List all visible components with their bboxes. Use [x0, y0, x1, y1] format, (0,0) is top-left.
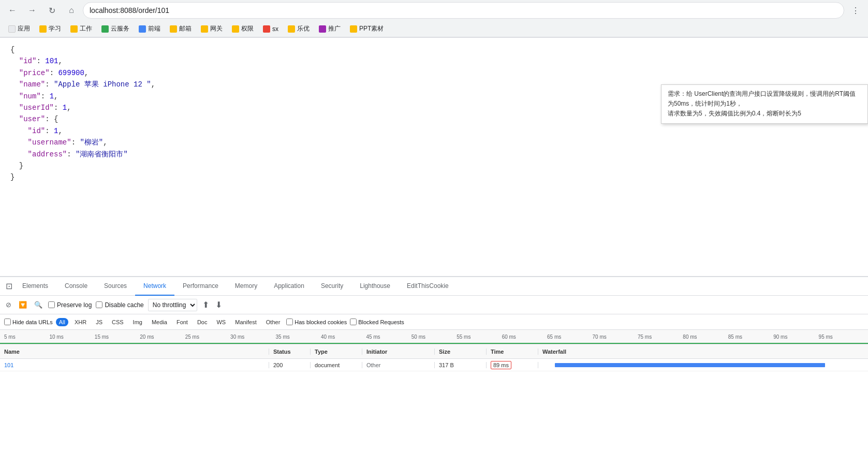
- reload-button[interactable]: ↻: [43, 2, 60, 19]
- header-initiator: Initiator: [362, 349, 435, 355]
- throttle-select[interactable]: No throttling Fast 3G Slow 3G Offline: [148, 299, 197, 311]
- bookmark-label: 工作: [80, 24, 92, 33]
- blocked-requests-text: Blocked Requests: [358, 319, 404, 325]
- waterfall-bar: [555, 363, 825, 367]
- bookmark-label: 应用: [18, 24, 30, 33]
- bookmark-icon: [170, 25, 177, 33]
- has-blocked-cookies-checkbox[interactable]: [286, 319, 293, 325]
- filter-button[interactable]: 🔽: [17, 299, 28, 310]
- json-line-8: "id": 1,: [10, 125, 858, 137]
- bookmark-label: 网关: [210, 24, 223, 33]
- bookmark-frontend[interactable]: 前端: [135, 23, 165, 34]
- menu-button[interactable]: ⋮: [847, 2, 864, 19]
- bookmark-email[interactable]: 邮箱: [166, 23, 196, 34]
- tab-memory[interactable]: Memory: [227, 277, 266, 296]
- json-line-3: "price": 699900,: [10, 67, 858, 79]
- blocked-requests-checkbox[interactable]: [350, 319, 357, 325]
- tab-application[interactable]: Application: [266, 277, 313, 296]
- json-line-10: "address": "湖南省衡阳市": [10, 149, 858, 160]
- page-content: { "id": 101, "price": 699900, "name": "A…: [0, 38, 868, 276]
- timeline-10ms: 10 ms: [49, 334, 94, 340]
- timeline-95ms: 95 ms: [819, 334, 864, 340]
- bookmark-icon: [201, 25, 208, 33]
- bookmark-work[interactable]: 工作: [66, 23, 96, 34]
- bookmark-label: 前端: [148, 24, 160, 33]
- tab-elements[interactable]: Elements: [14, 277, 56, 296]
- tab-sources[interactable]: Sources: [96, 277, 135, 296]
- timeline-45ms: 45 ms: [366, 334, 411, 340]
- timeline-70ms: 70 ms: [592, 334, 637, 340]
- timeline-90ms: 90 ms: [773, 334, 818, 340]
- table-row[interactable]: 101 200 document Other 317 B 89 ms: [0, 359, 868, 371]
- filter-js-button[interactable]: JS: [93, 318, 106, 326]
- nav-bar: ← → ↻ ⌂ localhost:8088/order/101 ⋮: [0, 0, 868, 21]
- row-type: document: [311, 362, 362, 368]
- preserve-log-label[interactable]: Preserve log: [48, 301, 92, 309]
- tab-lighthouse[interactable]: Lighthouse: [351, 277, 399, 296]
- row-initiator: Other: [362, 362, 435, 368]
- bookmark-icon: [232, 25, 239, 33]
- timeline-green-line: [0, 343, 868, 344]
- bookmark-leyou[interactable]: 乐优: [284, 23, 314, 34]
- header-size: Size: [435, 349, 487, 355]
- timeline-80ms: 80 ms: [683, 334, 728, 340]
- preserve-log-text: Preserve log: [57, 301, 92, 309]
- bookmark-apps[interactable]: 应用: [4, 23, 34, 34]
- bookmark-promo[interactable]: 推广: [315, 23, 345, 34]
- home-button[interactable]: ⌂: [63, 2, 80, 19]
- filter-other-button[interactable]: Other: [263, 318, 284, 326]
- header-time: Time: [487, 349, 538, 355]
- disable-cache-checkbox[interactable]: [96, 301, 102, 308]
- timeline-35ms: 35 ms: [276, 334, 321, 340]
- search-button[interactable]: 🔍: [33, 299, 44, 310]
- filter-img-button[interactable]: Img: [130, 318, 145, 326]
- bookmark-permissions[interactable]: 权限: [228, 23, 258, 34]
- bookmark-cloud[interactable]: 云服务: [97, 23, 134, 34]
- has-blocked-cookies-label[interactable]: Has blocked cookies: [286, 319, 347, 325]
- row-name: 101: [0, 362, 269, 368]
- devtools-panel: ⊡ Elements Console Sources Network Perfo…: [0, 276, 868, 448]
- header-waterfall: Waterfall: [538, 349, 868, 355]
- bookmark-icon: [70, 25, 78, 33]
- filter-media-button[interactable]: Media: [149, 318, 170, 326]
- filter-manifest-button[interactable]: Manifest: [232, 318, 260, 326]
- filter-css-button[interactable]: CSS: [109, 318, 127, 326]
- tab-security[interactable]: Security: [313, 277, 351, 296]
- import-button[interactable]: ⬆: [201, 299, 210, 311]
- address-bar[interactable]: localhost:8088/order/101: [83, 2, 844, 19]
- timeline-15ms: 15 ms: [95, 334, 140, 340]
- tab-editthiscookie[interactable]: EditThisCookie: [399, 277, 457, 296]
- blocked-requests-label[interactable]: Blocked Requests: [350, 319, 404, 325]
- disable-cache-label[interactable]: Disable cache: [96, 301, 143, 309]
- tab-performance[interactable]: Performance: [174, 277, 227, 296]
- tab-console[interactable]: Console: [56, 277, 96, 296]
- export-button[interactable]: ⬇: [214, 299, 223, 311]
- header-name: Name: [0, 349, 269, 355]
- hide-data-urls-label[interactable]: Hide data URLs: [4, 319, 53, 325]
- bookmark-study[interactable]: 学习: [35, 23, 65, 34]
- preserve-log-checkbox[interactable]: [48, 301, 55, 308]
- filter-ws-button[interactable]: WS: [213, 318, 229, 326]
- json-line-12: }: [10, 171, 858, 183]
- timeline-25ms: 25 ms: [185, 334, 230, 340]
- header-type: Type: [311, 349, 362, 355]
- bookmark-ppt[interactable]: PPT素材: [346, 23, 388, 34]
- bookmark-sx[interactable]: sx: [259, 24, 283, 34]
- clear-button[interactable]: ⊘: [4, 299, 13, 310]
- filter-xhr-button[interactable]: XHR: [71, 318, 90, 326]
- hide-data-urls-checkbox[interactable]: [4, 319, 11, 325]
- row-status: 200: [269, 362, 311, 368]
- bookmark-icon: [39, 25, 47, 33]
- filter-all-button[interactable]: All: [56, 318, 68, 326]
- bookmarks-bar: 应用 学习 工作 云服务 前端 邮箱 网关 权限: [0, 21, 868, 37]
- tab-network[interactable]: Network: [135, 277, 174, 296]
- bookmark-gateway[interactable]: 网关: [197, 23, 227, 34]
- forward-button[interactable]: →: [24, 2, 40, 19]
- filter-font-button[interactable]: Font: [173, 318, 191, 326]
- filter-bar: Hide data URLs All XHR JS CSS Img Media …: [0, 314, 868, 330]
- devtools-inspect-button[interactable]: ⊡: [4, 280, 14, 293]
- back-button[interactable]: ←: [4, 2, 21, 19]
- timeline-5ms: 5 ms: [4, 334, 49, 340]
- filter-doc-button[interactable]: Doc: [194, 318, 211, 326]
- network-table-header: Name Status Type Initiator Size Time Wat…: [0, 344, 868, 359]
